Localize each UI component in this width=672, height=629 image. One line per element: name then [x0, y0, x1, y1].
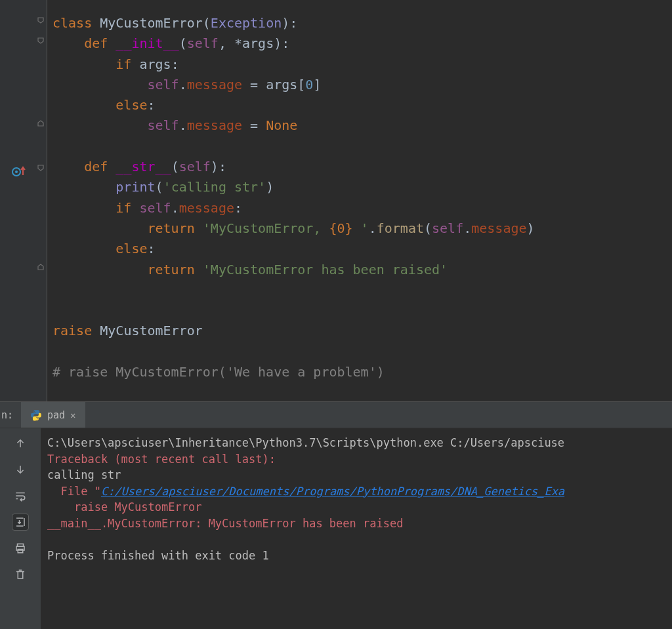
keyword-class: class [52, 15, 92, 31]
base-class: Exception [211, 15, 282, 31]
fold-handle[interactable] [36, 16, 45, 25]
keyword-return: return [148, 262, 195, 277]
fold-handle[interactable] [36, 163, 45, 172]
console-tab[interactable]: pad ✕ [21, 402, 85, 428]
literal-zero: 0 [305, 77, 313, 92]
keyword-else: else [116, 97, 147, 113]
keyword-def: def [84, 35, 108, 51]
error-line: __main__.MyCustomError: MyCustomError ha… [47, 517, 403, 530]
console-output[interactable]: C:\Users\apsciuser\Inheritance\Python3.7… [41, 428, 672, 629]
scroll-down-button[interactable] [12, 461, 29, 478]
string-literal: 'MyCustomError has been raised' [203, 262, 448, 277]
raise-line: raise MyCustomError [47, 500, 201, 514]
console-tab-bar: n: pad ✕ [0, 402, 672, 428]
output-line: calling str [47, 468, 121, 481]
tab-label: pad [47, 409, 65, 421]
param-self: self [179, 159, 211, 174]
keyword-else: else [116, 241, 147, 256]
op-assign: = [242, 77, 266, 92]
format-placeholder: {0} [329, 220, 352, 236]
console-toolbar [0, 428, 41, 629]
builtin-print: print [116, 179, 155, 195]
attr-message: message [471, 220, 526, 236]
comment-line: # raise MyCustomError('We have a problem… [52, 364, 385, 380]
print-button[interactable] [12, 540, 29, 557]
python-icon [30, 409, 42, 421]
output-line: C:\Users\apsciuser\Inheritance\Python3.7… [47, 436, 564, 449]
string-literal: ' [353, 220, 369, 236]
method-format: format [377, 220, 424, 236]
op-assign: = [242, 117, 266, 133]
ref-self: self [148, 77, 179, 92]
keyword-if: if [116, 56, 131, 72]
keyword-raise: raise [52, 323, 92, 338]
traceback-header: Traceback (most recent call last): [47, 453, 276, 466]
var-args: args [139, 56, 171, 72]
class-ref: MyCustomError [100, 323, 203, 338]
attr-message: message [187, 77, 242, 92]
override-icon[interactable] [12, 165, 24, 177]
run-label: n: [0, 402, 21, 428]
soft-wrap-button[interactable] [12, 487, 29, 504]
string-literal: 'calling str' [163, 179, 266, 195]
param-args: *args [234, 35, 274, 51]
svg-point-1 [15, 171, 18, 173]
clear-button[interactable] [12, 566, 29, 583]
editor-gutter [0, 0, 47, 401]
code-content[interactable]: class MyCustomError(Exception): def __in… [47, 0, 535, 401]
ref-self: self [432, 220, 463, 236]
ref-self: self [148, 117, 179, 133]
attr-message: message [179, 200, 234, 216]
close-icon[interactable]: ✕ [70, 410, 75, 420]
exit-line: Process finished with exit code 1 [47, 549, 269, 562]
fold-handle[interactable] [36, 36, 45, 45]
method-str: __str__ [116, 159, 171, 174]
ref-self: self [139, 200, 171, 216]
fold-end[interactable] [36, 262, 45, 272]
file-link[interactable]: C:/Users/apsciuser/Documents/Programs/Py… [101, 485, 564, 498]
file-prefix: File " [47, 485, 101, 498]
param-self: self [187, 35, 219, 51]
var-args: args [266, 77, 297, 92]
keyword-if: if [116, 200, 131, 216]
attr-message: message [187, 117, 242, 133]
method-init: __init__ [116, 35, 178, 51]
string-literal: 'MyCustomError, [203, 220, 329, 236]
fold-end[interactable] [36, 119, 45, 128]
scroll-up-button[interactable] [12, 435, 29, 452]
scroll-to-end-button[interactable] [12, 514, 29, 531]
class-name: MyCustomError [100, 15, 203, 31]
keyword-def: def [84, 159, 108, 174]
literal-none: None [266, 117, 297, 133]
keyword-return: return [148, 220, 195, 236]
run-tool-window: n: pad ✕ C:\Users\apsciuser\Inheritance\… [0, 401, 672, 629]
code-editor[interactable]: class MyCustomError(Exception): def __in… [0, 0, 672, 401]
